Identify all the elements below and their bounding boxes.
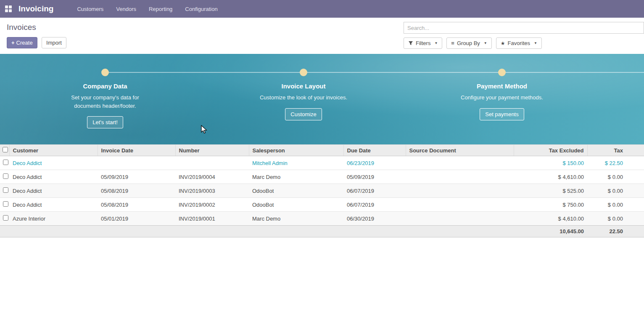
row-checkbox[interactable] [3,173,8,179]
totals-empty [9,226,98,237]
chevron-down-icon: ▼ [434,41,438,45]
step-dot [498,69,506,76]
import-button[interactable]: Import [42,37,66,48]
row-checkbox[interactable] [3,201,8,207]
apps-menu-icon[interactable] [5,5,12,12]
group-by-icon: ≡ [451,40,454,46]
cell-source-document [406,212,514,226]
filters-button[interactable]: Filters▼ [404,37,442,49]
app-name[interactable]: Invoicing [18,4,53,13]
cell-customer: Azure Interior [9,212,98,226]
cell-customer: Deco Addict [9,184,98,198]
favorites-button[interactable]: ★ Favorites▼ [496,37,542,49]
cell-due-date: 06/07/2019 [343,184,406,198]
top-navbar: Invoicing Customers Vendors Reporting Co… [0,0,644,18]
cell-invoice-date: 05/08/2019 [98,198,175,212]
lets-start-button[interactable]: Let's start! [87,116,123,128]
select-all-cell [0,145,9,156]
column-invoice-date[interactable]: Invoice Date [98,145,175,156]
cell-source-document [406,198,514,212]
cell-due-date: 05/09/2019 [343,170,406,184]
invoice-row[interactable]: Deco Addict Mitchell Admin 06/23/2019 $ … [0,156,644,170]
total-tax-excluded: 10,645.00 [514,226,587,237]
step-title: Payment Method [477,83,527,90]
search-input[interactable] [404,22,644,34]
apps-grid-square [5,5,8,8]
cell-tax-excluded: $ 4,610.00 [514,212,587,226]
row-select-cell [0,170,9,184]
cell-customer: Deco Addict [9,170,98,184]
cell-salesperson: OdooBot [249,184,343,198]
row-select-cell [0,198,9,212]
cell-due-date: 06/23/2019 [343,156,406,170]
onboarding-step-payment-method: Payment Method Configure your payment me… [435,69,569,120]
cell-tax-excluded: $ 4,610.00 [514,170,587,184]
totals-empty [249,226,343,237]
cell-source-document [406,170,514,184]
cell-customer: Deco Addict [9,198,98,212]
cell-customer: Deco Addict [9,156,98,170]
onboarding-step-company-data: Company Data Set your company's data for… [38,69,172,128]
row-checkbox[interactable] [3,215,8,221]
cell-tax-excluded: $ 750.00 [514,198,587,212]
chevron-down-icon: ▼ [534,41,537,45]
funnel-icon [408,41,413,46]
cell-tax-excluded: $ 150.00 [514,156,587,170]
invoice-row[interactable]: Deco Addict 05/08/2019 INV/2019/0002 Odo… [0,198,644,212]
cell-due-date: 06/30/2019 [343,212,406,226]
cell-tax: $ 0.00 [587,212,644,226]
cell-due-date: 06/07/2019 [343,198,406,212]
row-select-cell [0,212,9,226]
step-title: Company Data [83,83,127,90]
cell-tax: $ 0.00 [587,170,644,184]
cell-tax: $ 0.00 [587,184,644,198]
totals-empty [406,226,514,237]
main-menu: Customers Vendors Reporting Configuratio… [77,6,217,12]
group-by-button[interactable]: ≡ Group By▼ [446,37,491,49]
onboarding-banner: Company Data Set your company's data for… [0,54,644,144]
cell-tax-excluded: $ 525.00 [514,184,587,198]
cell-salesperson: Marc Demo [249,170,343,184]
cell-number: INV/2019/0003 [175,184,249,198]
step-description: Customize the look of your invoices. [260,93,347,102]
step-dot [300,69,307,76]
row-select-cell [0,184,9,198]
column-tax-excluded[interactable]: Tax Excluded [514,145,587,156]
cell-salesperson: OdooBot [249,198,343,212]
menu-vendors[interactable]: Vendors [116,6,136,12]
column-source-document[interactable]: Source Document [406,145,514,156]
cell-salesperson: Mitchell Admin [249,156,343,170]
cell-salesperson: Marc Demo [249,212,343,226]
totals-row: 10,645.00 22.50 [0,226,644,237]
column-number[interactable]: Number [175,145,249,156]
cell-invoice-date: 05/09/2019 [98,170,175,184]
menu-reporting[interactable]: Reporting [149,6,172,12]
set-payments-button[interactable]: Set payments [480,108,524,120]
total-tax: 22.50 [587,226,644,237]
invoice-row[interactable]: Azure Interior 05/01/2019 INV/2019/0001 … [0,212,644,226]
customize-button[interactable]: Customize [285,108,322,120]
row-checkbox[interactable] [3,160,8,165]
onboarding-step-invoice-layout: Invoice Layout Customize the look of you… [236,69,371,120]
cell-invoice-date: 05/01/2019 [98,212,175,226]
column-customer[interactable]: Customer [9,145,98,156]
column-tax[interactable]: Tax [587,145,644,156]
cell-tax: $ 22.50 [587,156,644,170]
chevron-down-icon: ▼ [484,41,487,45]
invoice-list: Customer Invoice Date Number Salesperson… [0,144,644,237]
step-dot [101,69,109,76]
cell-source-document [406,156,514,170]
select-all-checkbox[interactable] [3,147,8,152]
star-icon: ★ [501,41,505,46]
menu-customers[interactable]: Customers [77,6,103,12]
column-salesperson[interactable]: Salesperson [249,145,343,156]
row-checkbox[interactable] [3,187,8,193]
column-due-date[interactable]: Due Date [343,145,406,156]
cell-number: INV/2019/0001 [175,212,249,226]
row-select-cell [0,156,9,170]
invoice-row[interactable]: Deco Addict 05/08/2019 INV/2019/0003 Odo… [0,184,644,198]
menu-configuration[interactable]: Configuration [185,6,217,12]
invoice-row[interactable]: Deco Addict 05/09/2019 INV/2019/0004 Mar… [0,170,644,184]
cell-tax: $ 0.00 [587,198,644,212]
create-button[interactable]: +Create [7,37,37,48]
